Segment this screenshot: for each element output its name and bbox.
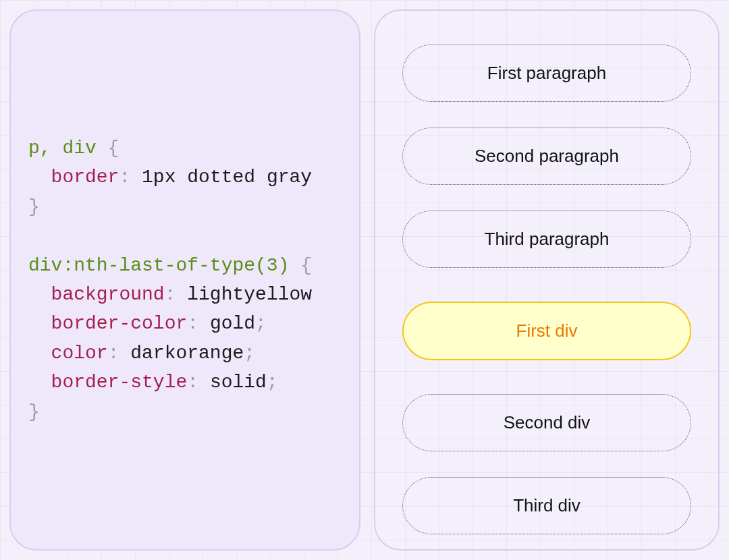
prop-2-1: border-color [51, 313, 188, 334]
prop-2-0: background [51, 284, 165, 305]
output-item: Third div [402, 477, 691, 534]
selector-2: div:nth-last-of-type(3) [28, 255, 289, 276]
close-brace-2: } [28, 401, 40, 422]
semi-2-2: ; [244, 343, 255, 364]
colon-2-3: : [187, 372, 198, 393]
semi-2-3: ; [267, 372, 278, 393]
css-code-block: p, div { border: 1px dotted gray } div:n… [28, 134, 312, 426]
output-item: Second div [402, 394, 691, 451]
open-brace-1: { [108, 138, 119, 159]
val-2-2: darkorange [130, 343, 244, 364]
open-brace-2: { [300, 255, 312, 276]
val-1-0: 1px dotted gray [142, 167, 312, 188]
close-brace-1: } [28, 196, 40, 217]
colon-1-0: : [119, 167, 130, 188]
output-item-highlighted: First div [402, 302, 691, 360]
prop-2-2: color [51, 343, 108, 364]
prop-2-3: border-style [51, 372, 188, 393]
colon-2-1: : [187, 313, 198, 334]
colon-2-0: : [165, 284, 176, 305]
colon-2-2: : [108, 343, 119, 364]
val-2-0: lightyellow [187, 284, 312, 305]
output-item: Third paragraph [402, 211, 691, 268]
prop-1-0: border [51, 167, 119, 188]
val-2-3: solid [210, 372, 267, 393]
output-panel: First paragraph Second paragraph Third p… [374, 9, 720, 551]
selector-1: p, div [28, 138, 97, 159]
output-item: First paragraph [402, 45, 691, 102]
example-container: p, div { border: 1px dotted gray } div:n… [0, 0, 729, 560]
semi-2-1: ; [255, 313, 267, 334]
val-2-1: gold [210, 313, 255, 334]
code-panel: p, div { border: 1px dotted gray } div:n… [9, 9, 360, 551]
output-item: Second paragraph [402, 128, 691, 185]
